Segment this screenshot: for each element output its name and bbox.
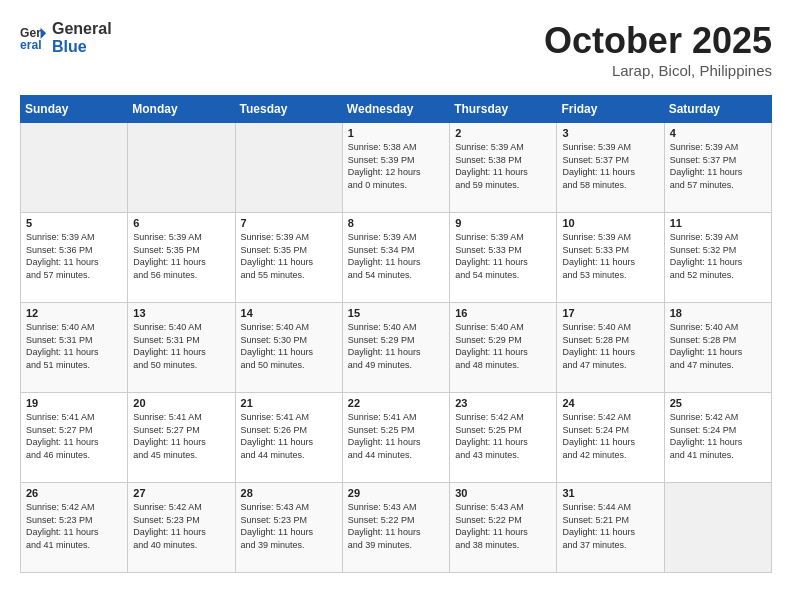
- logo-line2: Blue: [52, 38, 112, 56]
- calendar-week-row: 26Sunrise: 5:42 AM Sunset: 5:23 PM Dayli…: [21, 483, 772, 573]
- logo-icon: Gen eral: [20, 24, 48, 52]
- day-info: Sunrise: 5:41 AM Sunset: 5:27 PM Dayligh…: [26, 411, 122, 461]
- day-info: Sunrise: 5:41 AM Sunset: 5:26 PM Dayligh…: [241, 411, 337, 461]
- month-title: October 2025: [544, 20, 772, 62]
- calendar-cell: [235, 123, 342, 213]
- weekday-header-cell: Saturday: [664, 96, 771, 123]
- day-number: 3: [562, 127, 658, 139]
- calendar-week-row: 12Sunrise: 5:40 AM Sunset: 5:31 PM Dayli…: [21, 303, 772, 393]
- day-info: Sunrise: 5:39 AM Sunset: 5:32 PM Dayligh…: [670, 231, 766, 281]
- calendar-cell: [21, 123, 128, 213]
- day-info: Sunrise: 5:42 AM Sunset: 5:25 PM Dayligh…: [455, 411, 551, 461]
- day-info: Sunrise: 5:39 AM Sunset: 5:35 PM Dayligh…: [241, 231, 337, 281]
- day-number: 24: [562, 397, 658, 409]
- calendar-week-row: 5Sunrise: 5:39 AM Sunset: 5:36 PM Daylig…: [21, 213, 772, 303]
- day-number: 30: [455, 487, 551, 499]
- day-number: 29: [348, 487, 444, 499]
- day-number: 19: [26, 397, 122, 409]
- calendar-cell: 29Sunrise: 5:43 AM Sunset: 5:22 PM Dayli…: [342, 483, 449, 573]
- calendar-cell: 10Sunrise: 5:39 AM Sunset: 5:33 PM Dayli…: [557, 213, 664, 303]
- calendar-week-row: 19Sunrise: 5:41 AM Sunset: 5:27 PM Dayli…: [21, 393, 772, 483]
- day-info: Sunrise: 5:39 AM Sunset: 5:36 PM Dayligh…: [26, 231, 122, 281]
- day-info: Sunrise: 5:39 AM Sunset: 5:33 PM Dayligh…: [562, 231, 658, 281]
- page-header: Gen eral General Blue October 2025 Larap…: [20, 20, 772, 79]
- day-number: 10: [562, 217, 658, 229]
- day-number: 13: [133, 307, 229, 319]
- calendar-cell: 26Sunrise: 5:42 AM Sunset: 5:23 PM Dayli…: [21, 483, 128, 573]
- day-number: 27: [133, 487, 229, 499]
- calendar-cell: 19Sunrise: 5:41 AM Sunset: 5:27 PM Dayli…: [21, 393, 128, 483]
- calendar-cell: 1Sunrise: 5:38 AM Sunset: 5:39 PM Daylig…: [342, 123, 449, 213]
- calendar-cell: 11Sunrise: 5:39 AM Sunset: 5:32 PM Dayli…: [664, 213, 771, 303]
- day-number: 6: [133, 217, 229, 229]
- day-info: Sunrise: 5:39 AM Sunset: 5:35 PM Dayligh…: [133, 231, 229, 281]
- day-number: 26: [26, 487, 122, 499]
- day-info: Sunrise: 5:42 AM Sunset: 5:23 PM Dayligh…: [26, 501, 122, 551]
- calendar-cell: 20Sunrise: 5:41 AM Sunset: 5:27 PM Dayli…: [128, 393, 235, 483]
- calendar-cell: 14Sunrise: 5:40 AM Sunset: 5:30 PM Dayli…: [235, 303, 342, 393]
- location-subtitle: Larap, Bicol, Philippines: [544, 62, 772, 79]
- calendar-cell: 23Sunrise: 5:42 AM Sunset: 5:25 PM Dayli…: [450, 393, 557, 483]
- logo: Gen eral General Blue: [20, 20, 112, 55]
- calendar-cell: 18Sunrise: 5:40 AM Sunset: 5:28 PM Dayli…: [664, 303, 771, 393]
- calendar-cell: 21Sunrise: 5:41 AM Sunset: 5:26 PM Dayli…: [235, 393, 342, 483]
- calendar-cell: 4Sunrise: 5:39 AM Sunset: 5:37 PM Daylig…: [664, 123, 771, 213]
- weekday-header-row: SundayMondayTuesdayWednesdayThursdayFrid…: [21, 96, 772, 123]
- day-number: 9: [455, 217, 551, 229]
- calendar-cell: 31Sunrise: 5:44 AM Sunset: 5:21 PM Dayli…: [557, 483, 664, 573]
- day-number: 22: [348, 397, 444, 409]
- day-info: Sunrise: 5:39 AM Sunset: 5:34 PM Dayligh…: [348, 231, 444, 281]
- day-number: 16: [455, 307, 551, 319]
- calendar-cell: [664, 483, 771, 573]
- day-info: Sunrise: 5:41 AM Sunset: 5:27 PM Dayligh…: [133, 411, 229, 461]
- calendar-cell: 22Sunrise: 5:41 AM Sunset: 5:25 PM Dayli…: [342, 393, 449, 483]
- calendar-cell: 27Sunrise: 5:42 AM Sunset: 5:23 PM Dayli…: [128, 483, 235, 573]
- calendar-cell: 2Sunrise: 5:39 AM Sunset: 5:38 PM Daylig…: [450, 123, 557, 213]
- day-info: Sunrise: 5:41 AM Sunset: 5:25 PM Dayligh…: [348, 411, 444, 461]
- calendar-cell: 16Sunrise: 5:40 AM Sunset: 5:29 PM Dayli…: [450, 303, 557, 393]
- calendar-cell: 8Sunrise: 5:39 AM Sunset: 5:34 PM Daylig…: [342, 213, 449, 303]
- day-info: Sunrise: 5:40 AM Sunset: 5:28 PM Dayligh…: [670, 321, 766, 371]
- day-info: Sunrise: 5:40 AM Sunset: 5:31 PM Dayligh…: [133, 321, 229, 371]
- calendar-cell: 30Sunrise: 5:43 AM Sunset: 5:22 PM Dayli…: [450, 483, 557, 573]
- day-info: Sunrise: 5:40 AM Sunset: 5:29 PM Dayligh…: [348, 321, 444, 371]
- calendar-cell: 25Sunrise: 5:42 AM Sunset: 5:24 PM Dayli…: [664, 393, 771, 483]
- day-number: 28: [241, 487, 337, 499]
- day-info: Sunrise: 5:38 AM Sunset: 5:39 PM Dayligh…: [348, 141, 444, 191]
- calendar-cell: 5Sunrise: 5:39 AM Sunset: 5:36 PM Daylig…: [21, 213, 128, 303]
- calendar-cell: 12Sunrise: 5:40 AM Sunset: 5:31 PM Dayli…: [21, 303, 128, 393]
- day-info: Sunrise: 5:43 AM Sunset: 5:23 PM Dayligh…: [241, 501, 337, 551]
- svg-text:eral: eral: [20, 38, 42, 52]
- day-number: 5: [26, 217, 122, 229]
- day-info: Sunrise: 5:40 AM Sunset: 5:31 PM Dayligh…: [26, 321, 122, 371]
- calendar-cell: 9Sunrise: 5:39 AM Sunset: 5:33 PM Daylig…: [450, 213, 557, 303]
- day-number: 18: [670, 307, 766, 319]
- day-number: 8: [348, 217, 444, 229]
- day-number: 12: [26, 307, 122, 319]
- day-number: 4: [670, 127, 766, 139]
- day-info: Sunrise: 5:43 AM Sunset: 5:22 PM Dayligh…: [455, 501, 551, 551]
- calendar-cell: 6Sunrise: 5:39 AM Sunset: 5:35 PM Daylig…: [128, 213, 235, 303]
- weekday-header-cell: Friday: [557, 96, 664, 123]
- day-number: 2: [455, 127, 551, 139]
- day-number: 7: [241, 217, 337, 229]
- day-number: 17: [562, 307, 658, 319]
- calendar-cell: 28Sunrise: 5:43 AM Sunset: 5:23 PM Dayli…: [235, 483, 342, 573]
- day-info: Sunrise: 5:40 AM Sunset: 5:28 PM Dayligh…: [562, 321, 658, 371]
- day-number: 14: [241, 307, 337, 319]
- day-number: 31: [562, 487, 658, 499]
- day-number: 20: [133, 397, 229, 409]
- calendar-cell: 3Sunrise: 5:39 AM Sunset: 5:37 PM Daylig…: [557, 123, 664, 213]
- day-info: Sunrise: 5:39 AM Sunset: 5:33 PM Dayligh…: [455, 231, 551, 281]
- calendar-cell: 13Sunrise: 5:40 AM Sunset: 5:31 PM Dayli…: [128, 303, 235, 393]
- day-info: Sunrise: 5:39 AM Sunset: 5:37 PM Dayligh…: [670, 141, 766, 191]
- calendar-cell: 17Sunrise: 5:40 AM Sunset: 5:28 PM Dayli…: [557, 303, 664, 393]
- day-info: Sunrise: 5:42 AM Sunset: 5:24 PM Dayligh…: [562, 411, 658, 461]
- day-info: Sunrise: 5:40 AM Sunset: 5:30 PM Dayligh…: [241, 321, 337, 371]
- day-info: Sunrise: 5:44 AM Sunset: 5:21 PM Dayligh…: [562, 501, 658, 551]
- weekday-header-cell: Sunday: [21, 96, 128, 123]
- day-info: Sunrise: 5:42 AM Sunset: 5:23 PM Dayligh…: [133, 501, 229, 551]
- weekday-header-cell: Thursday: [450, 96, 557, 123]
- day-info: Sunrise: 5:42 AM Sunset: 5:24 PM Dayligh…: [670, 411, 766, 461]
- day-number: 11: [670, 217, 766, 229]
